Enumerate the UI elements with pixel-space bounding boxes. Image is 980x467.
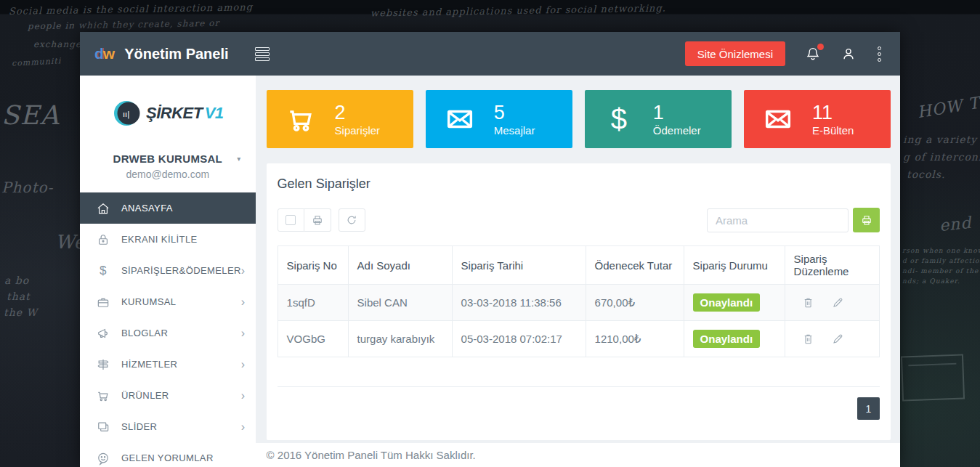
- column-header-siparis-duzenleme[interactable]: Sipariş Düzenleme: [785, 246, 879, 285]
- search-print-button[interactable]: [853, 208, 880, 232]
- stat-card-odemeler[interactable]: $ 1 Ödemeler: [585, 90, 732, 148]
- logo-letter-w: w: [103, 45, 114, 62]
- envelope-icon: [744, 102, 812, 136]
- top-navbar: dw Yönetim Paneli Site Önizlemesi: [80, 32, 900, 76]
- orders-table: Sipariş No Adı Soyadı Sipariş Tarihi Öde…: [278, 245, 880, 357]
- print-button[interactable]: [304, 208, 331, 232]
- stat-label: Mesajlar: [494, 124, 535, 137]
- cell-order-no: 1sqfD: [278, 285, 348, 321]
- site-preview-button[interactable]: Site Önizlemesi: [685, 41, 785, 66]
- status-badge: Onaylandı: [693, 293, 761, 312]
- page-button-1[interactable]: 1: [857, 397, 880, 420]
- notifications-bell-icon[interactable]: [805, 46, 821, 62]
- copyright-text: © 2016 Yönetim Paneli Tüm Hakkı Saklıdır…: [267, 449, 476, 461]
- edit-pencil-icon[interactable]: [831, 332, 845, 346]
- sidebar-item-label: SİPARİŞLER&ÖDEMELER: [121, 265, 241, 276]
- stat-card-mesajlar[interactable]: 5 Mesajlar: [426, 90, 572, 148]
- chalk-text: rson when one knows: [902, 247, 980, 254]
- sidebar-item-urunler[interactable]: ÜRÜNLER ›: [80, 380, 256, 411]
- column-header-siparis-durumu[interactable]: Sipariş Durumu: [684, 246, 785, 285]
- refresh-button[interactable]: [339, 208, 365, 232]
- cart-icon: [267, 103, 335, 135]
- briefcase-icon: [96, 295, 110, 309]
- sidebar-item-label: SLİDER: [121, 421, 157, 432]
- chalk-text: a bo: [4, 275, 29, 286]
- stat-card-siparisler[interactable]: 2 Siparişler: [267, 90, 413, 148]
- table-row: VOGbG turgay karabıyık 05-03-2018 07:02:…: [278, 321, 879, 357]
- account-dropdown-caret-icon[interactable]: ▾: [237, 155, 240, 163]
- logo-letter-d: d: [94, 45, 103, 62]
- cell-date: 03-03-2018 11:38:56: [452, 285, 586, 321]
- refresh-icon: [345, 214, 358, 227]
- chalk-text: d or family affection: [902, 257, 980, 264]
- footer: © 2016 Yönetim Paneli Tüm Hakkı Saklıdır…: [256, 443, 900, 467]
- cell-name: Sibel CAN: [348, 285, 452, 321]
- chalk-text: people in which they create, share or: [28, 18, 219, 32]
- pagination: 1: [278, 397, 880, 420]
- select-all-button[interactable]: [278, 208, 304, 232]
- sidebar-item-bloglar[interactable]: BLOGLAR ›: [80, 317, 256, 349]
- stat-label: Siparişler: [335, 124, 381, 137]
- cell-status: Onaylandı: [684, 285, 785, 321]
- delete-trash-icon[interactable]: [801, 332, 815, 346]
- comment-smile-icon: [96, 451, 110, 466]
- company-logo[interactable]: ıı| ŞİRKETV1: [80, 86, 256, 141]
- stat-card-ebulten[interactable]: 11 E-Bülten: [744, 90, 891, 148]
- lock-icon: [96, 232, 110, 247]
- status-badge: Onaylandı: [693, 330, 761, 348]
- sidebar-item-slider[interactable]: SLİDER ›: [80, 411, 256, 442]
- select-all-checkbox[interactable]: [286, 215, 296, 225]
- cell-actions: [785, 321, 879, 357]
- notification-badge-dot: [817, 44, 824, 50]
- chalk-text: the W: [4, 306, 38, 318]
- toolbar-left-buttons: [278, 208, 365, 232]
- search-input[interactable]: [707, 208, 849, 232]
- sidebar-item-gelen-yorumlar[interactable]: GELEN YORUMLAR: [80, 442, 256, 467]
- column-header-odenecek-tutar[interactable]: Ödenecek Tutar: [586, 246, 684, 285]
- panel-title: Gelen Siparişler: [278, 176, 880, 192]
- sidebar-item-kurumsal[interactable]: KURUMSAL ›: [80, 286, 256, 317]
- admin-panel-window: dw Yönetim Paneli Site Önizlemesi: [80, 32, 900, 467]
- chalk-text: g of interconnected: [903, 151, 980, 163]
- chalk-text: websites and applications used for socia…: [370, 2, 666, 18]
- stat-card-text: 5 Mesajlar: [494, 102, 535, 137]
- brand[interactable]: dw Yönetim Paneli: [80, 45, 229, 62]
- sidebar-item-label: BLOGLAR: [121, 328, 168, 338]
- sidebar-toggle-icon[interactable]: [255, 46, 270, 62]
- sidebar-item-anasayfa[interactable]: ANASAYFA: [80, 192, 256, 224]
- row-actions: [794, 332, 870, 346]
- table-toolbar: [278, 208, 880, 232]
- stat-card-text: 1 Ödemeler: [653, 102, 701, 137]
- more-options-kebab-icon[interactable]: [876, 45, 883, 63]
- company-logo-text: ŞİRKETV1: [146, 104, 224, 123]
- stat-cards-row: 2 Siparişler 5 Mesajlar $: [267, 90, 891, 148]
- sidebar-item-hizmetler[interactable]: HİZMETLER ›: [80, 349, 256, 380]
- stat-value: 5: [494, 102, 535, 124]
- chalk-text: ndi- member of the: [902, 267, 979, 275]
- chalk-text: nds; a Quaker.: [902, 277, 960, 285]
- sidebar-item-ekrani-kilitle[interactable]: EKRANI KİLİTLE: [80, 224, 256, 255]
- cell-order-no: VOGbG: [278, 321, 348, 357]
- cell-actions: [785, 285, 879, 321]
- delete-trash-icon[interactable]: [801, 296, 815, 309]
- stat-label: Ödemeler: [653, 124, 701, 137]
- user-profile-icon[interactable]: [841, 46, 857, 62]
- sidebar-header: ıı| ŞİRKETV1 DRWEB KURUMSAL ▾ demo@demo.…: [80, 76, 256, 180]
- chevron-right-icon: ›: [241, 389, 246, 402]
- cart-icon: [96, 389, 110, 403]
- chevron-right-icon: ›: [241, 358, 246, 371]
- column-header-siparis-tarihi[interactable]: Sipariş Tarihi: [452, 246, 586, 285]
- dollar-icon: $: [585, 105, 653, 134]
- row-actions: [794, 296, 870, 309]
- chalk-text: HOW TO C: [916, 89, 980, 121]
- svg-text:ıı|: ıı|: [123, 110, 130, 119]
- sidebar-item-label: ANASAYFA: [121, 203, 173, 214]
- column-header-siparis-no[interactable]: Sipariş No: [278, 246, 348, 285]
- chalk-text: that: [7, 291, 31, 302]
- sidebar-item-siparisler-odemeler[interactable]: $ SİPARİŞLER&ÖDEMELER ›: [80, 255, 256, 286]
- chalk-text: Photo-: [1, 179, 53, 196]
- column-header-adi-soyadi[interactable]: Adı Soyadı: [348, 246, 452, 285]
- edit-pencil-icon[interactable]: [831, 296, 845, 309]
- layers-icon: [96, 420, 110, 434]
- chevron-right-icon: ›: [241, 264, 246, 277]
